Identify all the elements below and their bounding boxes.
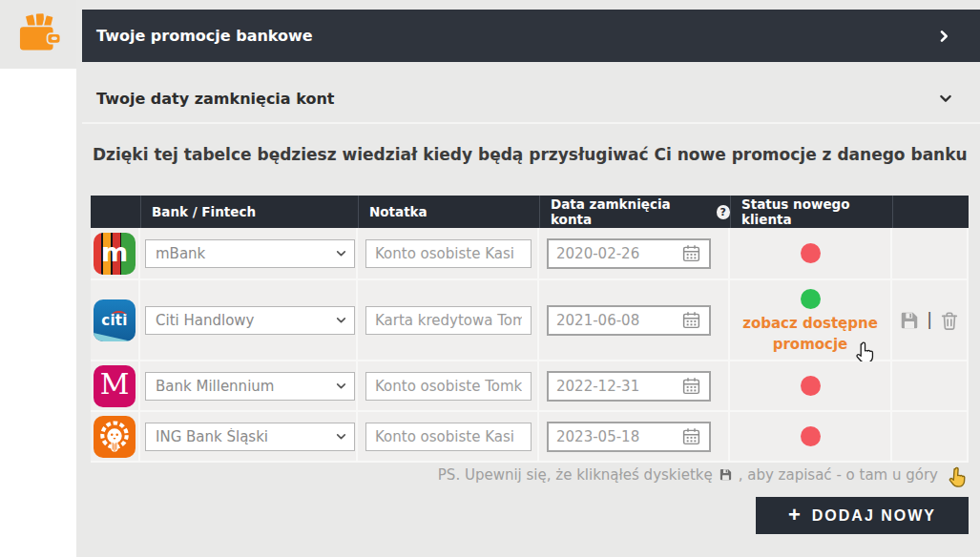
date-value: 2021-06-08 (556, 312, 681, 329)
bank-select[interactable]: mBank (145, 239, 355, 268)
citi-logo: citi (94, 299, 136, 341)
note-input[interactable] (365, 306, 532, 335)
intro-text: Dzięki tej tabelce będziesz wiedział kie… (93, 145, 970, 164)
millennium-logo-letter: M (100, 370, 130, 399)
add-new-button[interactable]: + DODAJ NOWY (756, 497, 969, 534)
header-actions-col (892, 196, 969, 228)
note-input[interactable] (365, 423, 532, 451)
pointing-hand-icon (946, 464, 969, 490)
mbank-logo-letter: m (101, 239, 128, 265)
ps-text-before: PS. Upewnij się, że kliknąłeś dyskietkę (438, 466, 713, 484)
status-dot-green (801, 289, 821, 309)
calendar-icon (681, 376, 701, 396)
panel-title: Twoje daty zamknięcia kont (96, 90, 334, 108)
status-dot-red (801, 426, 821, 446)
save-icon[interactable] (899, 310, 920, 331)
plus-icon: + (788, 505, 801, 526)
bank-select[interactable]: ING Bank Śląski (145, 423, 355, 451)
add-new-label: DODAJ NOWY (812, 507, 936, 525)
app-logo[interactable] (0, 0, 76, 69)
panel-header-closing-dates[interactable]: Twoje daty zamknięcia kont (82, 74, 980, 124)
date-value: 2020-02-26 (556, 245, 681, 262)
status-dot-red (801, 243, 821, 263)
header-status: Status nowego klienta (730, 196, 892, 228)
date-input[interactable]: 2023-05-18 (547, 422, 711, 452)
panel-header-promotions[interactable]: Twoje promocje bankowe (82, 10, 980, 62)
ps-text-after: , aby zapisać - o tam u góry (739, 466, 938, 484)
status-dot-red (801, 376, 821, 396)
trash-icon[interactable] (939, 310, 960, 331)
wallet-icon (13, 10, 63, 58)
accounts-table: Bank / Fintech Notatka Data zamknięcia k… (91, 196, 969, 463)
header-note: Notatka (358, 196, 539, 228)
calendar-icon (681, 310, 701, 330)
table-header-row: Bank / Fintech Notatka Data zamknięcia k… (91, 196, 969, 228)
see-promotions-link[interactable]: zobacz dostępne promocje (727, 314, 894, 356)
save-icon (719, 467, 733, 482)
mbank-logo: m (94, 233, 136, 275)
bank-select[interactable]: Citi Handlowy (145, 306, 355, 335)
calendar-icon (681, 243, 701, 263)
chevron-down-icon (938, 91, 953, 106)
panel-title: Twoje promocje bankowe (96, 27, 313, 45)
millennium-logo: M (94, 365, 136, 407)
note-input[interactable] (365, 372, 532, 401)
bank-select[interactable]: Bank Millennium (145, 372, 355, 401)
actions-separator: | (927, 310, 932, 329)
date-value: 2022-12-31 (556, 378, 681, 395)
header-date: Data zamknięcia konta ? (539, 196, 730, 228)
question-circle-icon[interactable]: ? (717, 205, 730, 219)
table-row: M Bank Millennium 2022-12-31 (91, 361, 969, 412)
chevron-right-icon (936, 29, 951, 44)
header-date-label: Data zamknięcia konta (551, 196, 711, 227)
calendar-icon (681, 426, 701, 446)
table-row: ING Bank Śląski 2023-05-18 (91, 412, 969, 463)
table-row: m mBank 2020-02-26 (91, 228, 969, 280)
date-input[interactable]: 2021-06-08 (547, 305, 711, 336)
ps-note: PS. Upewnij się, że kliknąłeś dyskietkę … (438, 462, 969, 487)
ing-logo (94, 416, 136, 458)
note-input[interactable] (365, 239, 532, 268)
date-input[interactable]: 2022-12-31 (547, 371, 711, 402)
header-logo-col (91, 196, 140, 228)
header-bank: Bank / Fintech (140, 196, 358, 228)
date-value: 2023-05-18 (556, 428, 681, 445)
table-row: citi Citi Handlowy 2021-06-08 (91, 280, 969, 361)
date-input[interactable]: 2020-02-26 (547, 238, 711, 269)
